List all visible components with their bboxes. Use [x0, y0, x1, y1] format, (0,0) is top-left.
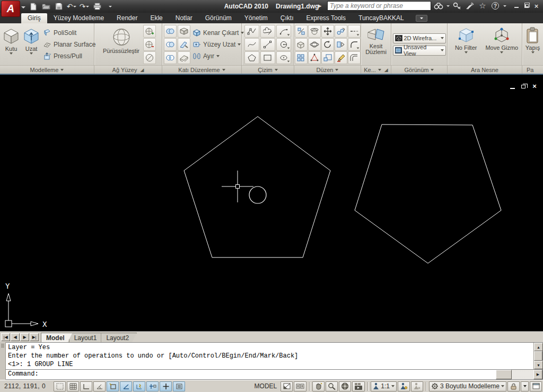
quick-view-layouts-button[interactable]: [294, 381, 306, 391]
hscroll-track[interactable]: [512, 370, 533, 379]
panel-label-ag-yuzey[interactable]: Ağ Yüzey◢: [94, 65, 162, 74]
clean-button[interactable]: [178, 51, 190, 64]
minimize-button[interactable]: [512, 2, 521, 10]
view-dropdown[interactable]: Unsaved View: [393, 46, 446, 56]
layout-nav-last-button[interactable]: ▶|: [30, 333, 39, 341]
ortho-toggle[interactable]: [80, 381, 92, 391]
tab-layout1[interactable]: Layout1: [69, 333, 105, 342]
ribbon-minimize-button[interactable]: [416, 15, 427, 22]
drawn-circle[interactable]: [249, 186, 266, 203]
no-filter-button[interactable]: No Filter: [450, 25, 483, 64]
scroll-down-button[interactable]: ▼: [534, 361, 543, 369]
taper-face-button[interactable]: [178, 38, 190, 51]
ellipse-caret-icon[interactable]: [287, 60, 290, 62]
subtract-button[interactable]: [164, 38, 177, 51]
coordinates-display[interactable]: 2112, 1191, 0: [0, 382, 53, 390]
visual-style-dropdown[interactable]: 2D Wirefra...: [393, 33, 446, 43]
search-input[interactable]: [327, 1, 431, 11]
pan-button[interactable]: [312, 381, 325, 391]
command-window-grip[interactable]: [0, 342, 6, 380]
annotation-scale-button[interactable]: 1:1: [371, 381, 397, 391]
kutu-caret-icon[interactable]: [10, 52, 13, 55]
tab-tuncaybakkal[interactable]: TuncayBAKKAL: [352, 13, 410, 23]
zoom-button[interactable]: [326, 381, 338, 391]
qat-customize-button[interactable]: [104, 1, 116, 12]
move-gizmo-caret-icon[interactable]: [500, 51, 503, 54]
linetype-caret-icon[interactable]: [356, 34, 359, 35]
tab-cikti[interactable]: Çıktı: [274, 13, 300, 23]
no-filter-caret-icon[interactable]: [465, 51, 468, 54]
new-file-button[interactable]: [28, 1, 39, 12]
tab-gorunum[interactable]: Görünüm: [199, 13, 238, 23]
arc-button[interactable]: [276, 25, 291, 38]
undo-button[interactable]: ↶: [66, 1, 77, 12]
align-button[interactable]: [308, 51, 321, 64]
circle-button[interactable]: [276, 38, 291, 51]
circle-caret-icon[interactable]: [287, 47, 290, 49]
puruzsuzlestir-button[interactable]: Pürüssüzleştir: [101, 25, 142, 64]
tab-yonetim[interactable]: Yönetim: [238, 13, 274, 23]
panel-label-gorunum[interactable]: Görünüm: [391, 65, 447, 74]
tab-render[interactable]: Render: [110, 13, 144, 23]
uzat-button[interactable]: Uzat: [22, 25, 41, 64]
array-3d-button[interactable]: [335, 25, 347, 38]
tab-express-tools[interactable]: Express Tools: [300, 13, 352, 23]
model-paper-toggle-button[interactable]: [281, 381, 293, 391]
orbit-3d-button[interactable]: [308, 38, 321, 51]
command-input[interactable]: Command:: [6, 370, 496, 379]
rotate-3d-button[interactable]: [308, 25, 321, 38]
plot-button[interactable]: [91, 1, 103, 12]
search-options-caret-icon[interactable]: [446, 5, 450, 7]
union-button[interactable]: [164, 25, 177, 38]
move-gizmo-button[interactable]: Move Gizmo: [484, 25, 520, 64]
hscroll-thumb[interactable]: [496, 370, 512, 379]
intersect-button[interactable]: [164, 51, 177, 64]
redo-caret-icon[interactable]: [86, 6, 89, 7]
kutu-button[interactable]: Kutu: [2, 25, 21, 64]
rectangle-button[interactable]: [260, 51, 275, 64]
slice-button[interactable]: [178, 25, 190, 38]
search-button[interactable]: [433, 1, 444, 11]
yuzey-uzat-button[interactable]: Yüzey Uzat: [191, 39, 245, 50]
ellipse-button[interactable]: [276, 51, 291, 64]
save-button[interactable]: [53, 1, 65, 12]
rotate-button[interactable]: [321, 38, 334, 51]
ag-yuzey-launcher-icon[interactable]: ◢: [140, 67, 144, 73]
kenar-cikart-button[interactable]: Kenar Çıkart: [191, 27, 245, 39]
linetype-button[interactable]: [348, 25, 361, 38]
mesh-none-button[interactable]: [143, 51, 156, 64]
panel-label-kesit[interactable]: Ke...◢: [361, 65, 391, 74]
mesh-refine-button[interactable]: [143, 25, 156, 38]
mirror-button[interactable]: [335, 38, 347, 51]
lwt-toggle[interactable]: [173, 381, 185, 391]
scroll-thumb[interactable]: [534, 351, 542, 361]
layout-nav-next-button[interactable]: ▶: [20, 333, 29, 341]
otrack-toggle[interactable]: [133, 381, 145, 391]
line-button[interactable]: [260, 38, 275, 51]
pentagon-left[interactable]: [184, 117, 330, 257]
panel-label-cizim[interactable]: Çizim: [242, 65, 294, 74]
tab-ekle[interactable]: Ekle: [144, 13, 169, 23]
yapistir-caret-icon[interactable]: [531, 51, 535, 54]
doc-close-button[interactable]: ×: [531, 83, 538, 89]
arc-caret-icon[interactable]: [287, 34, 290, 35]
statusbar-menu-button[interactable]: [521, 381, 529, 391]
press-pull-button[interactable]: Press/Pull: [42, 50, 97, 62]
spline-button[interactable]: [244, 38, 259, 51]
doc-minimize-button[interactable]: [509, 83, 515, 89]
tab-yuzey-modelleme[interactable]: Yüzey Modelleme: [47, 13, 110, 23]
infocenter-expand-icon[interactable]: ▶: [314, 1, 325, 11]
annotation-autoscale-button[interactable]: [411, 381, 423, 391]
favorites-star-icon[interactable]: ☆: [477, 1, 488, 11]
tab-model[interactable]: Model: [41, 333, 73, 342]
extrude-face-button[interactable]: [295, 38, 308, 51]
fillet-caret-icon[interactable]: [356, 47, 359, 49]
toolbar-lock-button[interactable]: [507, 381, 520, 391]
tab-giris[interactable]: Giriş: [21, 13, 47, 23]
workspace-switch-button[interactable]: 3 Boyutlu Modelleme: [429, 381, 506, 391]
open-file-button[interactable]: [40, 1, 52, 12]
layout-nav-first-button[interactable]: |◀: [1, 333, 10, 341]
command-history-text[interactable]: Layer = YesEnter the number of operation…: [6, 343, 533, 369]
kesit-duzlemi-button[interactable]: Kesit Düzlemi: [363, 25, 389, 64]
panel-label-duzen[interactable]: Düzen: [294, 65, 361, 74]
